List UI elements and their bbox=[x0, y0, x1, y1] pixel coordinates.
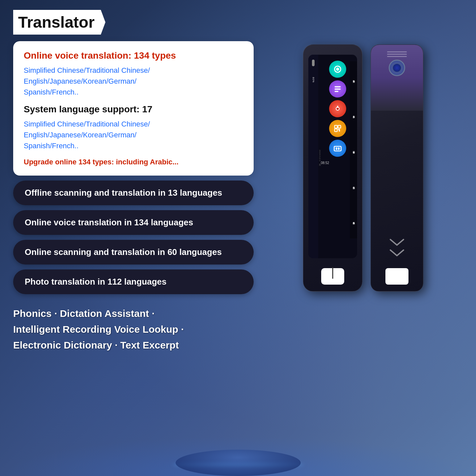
screen-label-container: 电子词典 文本摘抄 语音翻译 在线扫描 离线扫描 bbox=[350, 61, 357, 238]
device-back bbox=[371, 44, 423, 292]
app-icon-offline-scan[interactable] bbox=[329, 140, 346, 157]
svg-rect-8 bbox=[338, 126, 341, 128]
feature-badge-online-scan-text: Online scanning and translation in 60 la… bbox=[25, 247, 222, 257]
feature-badge-offline-text: Offline scanning and translation in 13 l… bbox=[25, 188, 222, 198]
svg-rect-4 bbox=[335, 91, 339, 92]
screen-time: 08:52 bbox=[321, 161, 329, 165]
svg-rect-15 bbox=[338, 148, 340, 150]
svg-rect-9 bbox=[335, 129, 337, 131]
app-icon-online-scan[interactable] bbox=[329, 120, 346, 137]
device-front: 80% bbox=[303, 44, 362, 292]
camera-module bbox=[389, 60, 405, 76]
app-icon-text-excerpt[interactable] bbox=[329, 80, 346, 98]
bottom-features: Phonics · Dictation Assistant · Intellig… bbox=[13, 299, 254, 353]
svg-rect-13 bbox=[334, 146, 341, 151]
device-back-bottom-button[interactable] bbox=[385, 268, 408, 285]
speaker-line-1 bbox=[387, 51, 407, 52]
sidebar-battery: 80% bbox=[312, 77, 315, 83]
right-panel: 80% bbox=[264, 41, 463, 466]
chevron-icon-1 bbox=[389, 238, 405, 248]
lang-list-2: Simplified Chinese/Traditional Chinese/E… bbox=[24, 119, 243, 151]
svg-rect-3 bbox=[335, 89, 341, 90]
chevron-icon-2 bbox=[389, 248, 405, 258]
label-voice: 语音翻译 bbox=[352, 149, 355, 151]
svg-rect-11 bbox=[338, 129, 340, 130]
screen-date: 2024/12/2 周一 bbox=[318, 150, 321, 163]
label-dictionary: 电子词典 bbox=[352, 78, 355, 80]
label-online-scan: 在线扫描 bbox=[352, 185, 355, 186]
feature-badge-photo: Photo translation in 112 languages bbox=[13, 269, 254, 294]
svg-rect-7 bbox=[335, 126, 337, 128]
title-section: Translator bbox=[13, 10, 105, 35]
svg-rect-2 bbox=[335, 86, 341, 88]
lang-list-1: Simplified Chinese/Traditional Chinese/E… bbox=[24, 65, 243, 98]
chevron-arrows bbox=[389, 238, 405, 258]
feature-badge-voice-text: Online voice translation in 134 language… bbox=[25, 217, 193, 227]
label-text-excerpt: 文本摘抄 bbox=[352, 114, 355, 115]
camera-lens bbox=[392, 63, 402, 72]
voice-title: Online voice translation: 134 types bbox=[24, 50, 243, 61]
upgrade-text: Upgrade online 134 types: including Arab… bbox=[24, 158, 243, 166]
speaker-grille bbox=[387, 51, 407, 57]
device-bottom-line bbox=[332, 267, 333, 279]
feature-badge-online-scan: Online scanning and translation in 60 la… bbox=[13, 240, 254, 265]
feature-badge-voice: Online voice translation in 134 language… bbox=[13, 210, 254, 235]
info-card: Online voice translation: 134 types Simp… bbox=[13, 41, 254, 176]
system-title: System language support: 17 bbox=[24, 104, 243, 115]
feature-badge-photo-text: Photo translation in 112 languages bbox=[25, 277, 167, 287]
speaker-line-3 bbox=[387, 56, 407, 57]
screen-sidebar: 80% bbox=[308, 55, 318, 258]
speaker-line-2 bbox=[387, 54, 407, 55]
label-offline-scan: 离线扫描 bbox=[352, 220, 355, 221]
device-back-body bbox=[371, 111, 423, 291]
svg-rect-12 bbox=[334, 146, 341, 151]
page-title: Translator bbox=[18, 14, 95, 31]
svg-point-1 bbox=[336, 68, 339, 70]
app-icon-dictionary[interactable] bbox=[329, 61, 346, 78]
feature-badge-offline: Offline scanning and translation in 13 l… bbox=[13, 181, 254, 205]
device-screen: 80% bbox=[308, 55, 357, 258]
svg-rect-14 bbox=[336, 148, 337, 150]
sidebar-sensor bbox=[312, 60, 315, 66]
app-icon-voice-translation[interactable] bbox=[329, 100, 346, 117]
left-panel: Online voice translation: 134 types Simp… bbox=[13, 41, 254, 466]
bottom-features-text: Phonics · Dictation Assistant · Intellig… bbox=[13, 306, 254, 353]
device-back-top bbox=[371, 45, 423, 111]
